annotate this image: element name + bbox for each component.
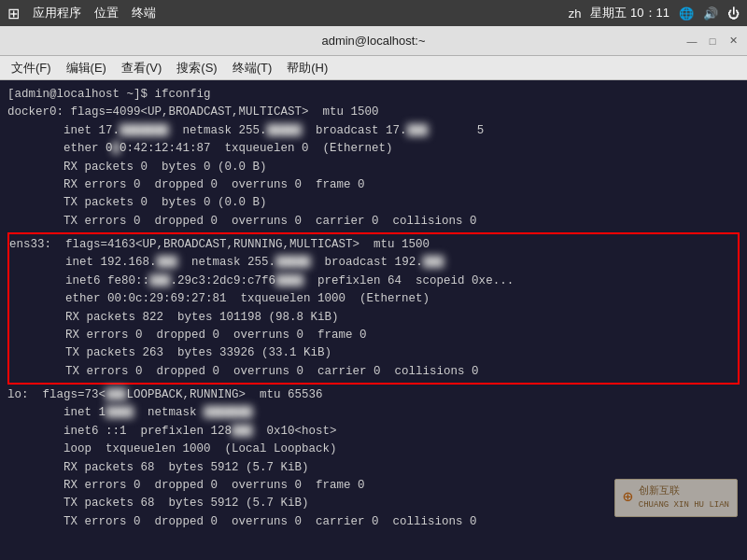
docker0-ether-blurred: █ xyxy=(113,142,120,155)
ens33-inet6-blurred: ███ xyxy=(149,274,171,287)
menu-edit[interactable]: 编辑(E) xyxy=(61,58,112,78)
ens33-bcast-blurred: ███ xyxy=(423,256,444,269)
location-menu[interactable]: 位置 xyxy=(94,5,119,21)
network-icon: 🌐 xyxy=(679,7,694,21)
terminal-body[interactable]: [admin@localhost ~]$ ifconfig docker0: f… xyxy=(0,80,747,560)
menu-terminal[interactable]: 终端(T) xyxy=(227,58,278,78)
menu-file[interactable]: 文件(F) xyxy=(6,58,57,78)
minimize-button[interactable]: — xyxy=(685,35,698,48)
apps-menu[interactable]: 应用程序 xyxy=(33,5,81,21)
system-bar-right: zh 星期五 10：11 🌐 🔊 ⏻ xyxy=(569,5,740,21)
menu-help[interactable]: 帮助(H) xyxy=(281,58,333,78)
title-bar: admin@localhost:~ — □ ✕ xyxy=(0,26,747,56)
ens33-inet-blurred: ███ xyxy=(157,256,178,269)
watermark-text: 创新互联 CHUANG XIN HU LIAN xyxy=(639,483,729,512)
watermark-logo-icon: ⊕ xyxy=(623,485,633,511)
close-button[interactable]: ✕ xyxy=(726,35,740,48)
lo-inet6-blurred: ███ xyxy=(232,425,253,438)
docker0-netmask-blurred: █████ xyxy=(267,124,303,137)
datetime: 星期五 10：11 xyxy=(590,5,669,21)
lo-inet-blurred: ████ xyxy=(106,406,134,419)
docker0-inet-blurred: ███████ xyxy=(120,124,169,137)
watermark: ⊕ 创新互联 CHUANG XIN HU LIAN xyxy=(614,479,738,517)
prompt-line: [admin@localhost ~]$ ifconfig xyxy=(7,88,211,101)
app-menu-icon[interactable]: ⊞ xyxy=(7,5,20,22)
terminal-output: [admin@localhost ~]$ ifconfig docker0: f… xyxy=(7,86,740,231)
watermark-text-line2: CHUANG XIN HU LIAN xyxy=(639,499,729,512)
watermark-inner: ⊕ 创新互联 CHUANG XIN HU LIAN xyxy=(614,479,738,517)
system-bar-left: ⊞ 应用程序 位置 终端 xyxy=(7,5,156,22)
terminal-menu[interactable]: 终端 xyxy=(132,5,156,21)
window-controls: — □ ✕ xyxy=(685,35,740,48)
terminal-window: admin@localhost:~ — □ ✕ 文件(F) 编辑(E) 查看(V… xyxy=(0,26,747,560)
ens33-scope-blurred: ████ xyxy=(275,274,303,287)
lo-netmask-blurred: ███████ xyxy=(204,406,253,419)
ens33-highlighted-block: ens33: flags=4163<UP,BROADCAST,RUNNING,M… xyxy=(7,232,740,385)
power-icon[interactable]: ⏻ xyxy=(727,7,740,21)
watermark-text-line1: 创新互联 xyxy=(639,483,729,499)
menu-search[interactable]: 搜索(S) xyxy=(171,58,222,78)
docker0-bcast-blurred: ███ xyxy=(407,124,429,137)
maximize-button[interactable]: □ xyxy=(706,35,719,48)
language-indicator: zh xyxy=(569,7,582,21)
ens33-output: ens33: flags=4163<UP,BROADCAST,RUNNING,M… xyxy=(9,236,738,381)
menu-view[interactable]: 查看(V) xyxy=(116,58,167,78)
window-title: admin@localhost:~ xyxy=(321,34,425,48)
ens33-netmask-blurred: █████ xyxy=(275,256,311,269)
lo-flags-blurred: ███ xyxy=(106,388,127,401)
volume-icon: 🔊 xyxy=(703,7,718,21)
docker0-line1: docker0: flags=4099<UP,BROADCAST,MULTICA… xyxy=(7,105,379,119)
menu-bar: 文件(F) 编辑(E) 查看(V) 搜索(S) 终端(T) 帮助(H) xyxy=(0,56,747,80)
system-bar: ⊞ 应用程序 位置 终端 zh 星期五 10：11 🌐 🔊 ⏻ xyxy=(0,0,747,26)
